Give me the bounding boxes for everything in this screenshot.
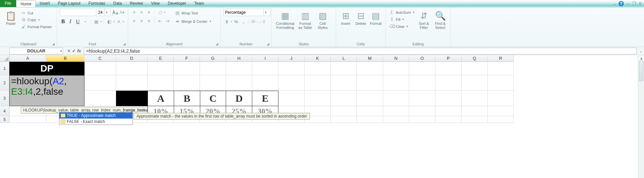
increase-indent-icon[interactable]: ⇥: [164, 17, 171, 24]
decrease-indent-icon[interactable]: ⇤: [157, 17, 163, 24]
underline-button[interactable]: U: [74, 18, 81, 25]
cell-r5[interactable]: [488, 116, 514, 123]
cell-m3[interactable]: [357, 91, 383, 106]
cell-o4[interactable]: [409, 106, 435, 116]
tab-formulas[interactable]: Formulas: [85, 0, 109, 7]
formula-bar-input[interactable]: =hlookup(A2,E3:I4,2,false: [84, 48, 637, 54]
cell-j2[interactable]: [278, 75, 305, 91]
italic-button[interactable]: I: [67, 18, 74, 25]
cell-g1[interactable]: [200, 62, 226, 75]
autocomplete-list[interactable]: ⋮TRUE - Approximate match ⋮FALSE - Exact…: [59, 112, 133, 125]
comma-button[interactable]: ,: [240, 18, 247, 25]
cell-d2[interactable]: [116, 75, 148, 91]
chevron-down-icon[interactable]: ▾: [104, 9, 109, 16]
align-right-icon[interactable]: ≡: [146, 17, 152, 24]
window-close-icon[interactable]: ✕: [638, 1, 642, 6]
orientation-icon[interactable]: ⭯: [157, 9, 163, 15]
delete-cells-button[interactable]: ⊟Delete: [354, 9, 368, 27]
cell-f1[interactable]: [174, 62, 200, 75]
cell-o1[interactable]: [409, 62, 435, 75]
cell-l1[interactable]: [331, 62, 357, 75]
column-header-f[interactable]: F: [174, 55, 200, 62]
active-cell-editor[interactable]: =hlookup(A2, E3:I4,2,false: [9, 75, 85, 106]
bold-button[interactable]: B: [60, 18, 66, 25]
align-top-icon[interactable]: ≡: [131, 9, 138, 15]
cell-n5[interactable]: [383, 116, 409, 123]
expand-formula-bar-icon[interactable]: ⌄: [638, 49, 644, 53]
cell-i3[interactable]: E: [252, 91, 278, 106]
column-header-p[interactable]: P: [435, 55, 462, 62]
tab-insert[interactable]: Insert: [36, 0, 54, 7]
scroll-up-icon[interactable]: ▴: [638, 55, 644, 61]
cell-q2[interactable]: [462, 75, 488, 91]
cell-m5[interactable]: [357, 116, 383, 123]
decrease-decimal-icon[interactable]: ←.0: [259, 18, 265, 25]
tab-team[interactable]: Team: [190, 0, 208, 7]
cell-e3[interactable]: A: [148, 91, 174, 106]
cell-styles-button[interactable]: ▧Cell Styles: [315, 9, 331, 31]
cancel-formula-icon[interactable]: ✕: [67, 48, 71, 53]
cell-o2[interactable]: [409, 75, 435, 91]
column-header-j[interactable]: J: [278, 55, 305, 62]
cell-c3[interactable]: [85, 91, 116, 106]
tab-data[interactable]: Data: [109, 0, 126, 7]
format-as-table-button[interactable]: ▥Format as Table: [297, 9, 313, 31]
column-header-o[interactable]: O: [409, 55, 435, 62]
cell-o3[interactable]: [409, 91, 435, 106]
column-header-n[interactable]: N: [383, 55, 409, 62]
cell-e1[interactable]: [148, 62, 174, 75]
align-middle-icon[interactable]: ≡: [138, 9, 145, 15]
cell-l4[interactable]: [331, 106, 357, 116]
cell-m4[interactable]: [357, 106, 383, 116]
cell-c2[interactable]: [85, 75, 116, 91]
align-left-icon[interactable]: ≡: [131, 17, 138, 24]
cell-n2[interactable]: [383, 75, 409, 91]
help-icon[interactable]: ?: [619, 1, 624, 6]
autosum-button[interactable]: ΣAutoSum▾: [388, 9, 415, 15]
cell-d3[interactable]: [116, 91, 148, 106]
clear-button[interactable]: ⌫Clear▾: [388, 24, 415, 29]
column-header-e[interactable]: E: [148, 55, 174, 62]
window-maximize-icon[interactable]: ❐: [632, 1, 636, 6]
column-header-a[interactable]: A: [9, 55, 46, 62]
autocomplete-item-false[interactable]: ⋮FALSE - Exact match: [59, 119, 132, 125]
borders-icon[interactable]: ▦: [93, 18, 100, 25]
enter-formula-icon[interactable]: ✔: [72, 48, 76, 53]
cell-g2[interactable]: [200, 75, 226, 91]
row-header-2[interactable]: 2: [0, 75, 9, 91]
grow-font-icon[interactable]: A▴: [112, 9, 118, 16]
cell-h1[interactable]: [226, 62, 252, 75]
font-name-combo[interactable]: ▾: [60, 9, 95, 16]
cell-k1[interactable]: [305, 62, 331, 75]
merge-center-button[interactable]: ⬌Merge & Center▾: [174, 18, 212, 24]
paste-button[interactable]: 📋 Paste: [3, 9, 19, 27]
column-header-k[interactable]: K: [305, 55, 331, 62]
cell-p1[interactable]: [435, 62, 462, 75]
chevron-down-icon[interactable]: ▾: [263, 9, 268, 16]
align-bottom-icon[interactable]: ≡: [146, 9, 152, 15]
column-header-c[interactable]: C: [85, 55, 116, 62]
cell-i2[interactable]: [252, 75, 278, 91]
number-format-input[interactable]: [224, 10, 263, 15]
insert-cells-button[interactable]: ⊞Insert: [339, 9, 353, 27]
cell-p3[interactable]: [435, 91, 462, 106]
column-header-h[interactable]: H: [226, 55, 252, 62]
fill-color-icon[interactable]: ◧: [106, 18, 113, 25]
cell-m2[interactable]: [357, 75, 383, 91]
cell-l2[interactable]: [331, 75, 357, 91]
ribbon-collapse-icon[interactable]: ⌄: [613, 1, 616, 6]
cell-n1[interactable]: [383, 62, 409, 75]
chevron-down-icon[interactable]: ▾: [231, 20, 232, 23]
autocomplete-item-true[interactable]: ⋮TRUE - Approximate match: [59, 113, 132, 119]
cell-g3[interactable]: C: [200, 91, 226, 106]
cell-f3[interactable]: B: [174, 91, 200, 106]
cell-f2[interactable]: [174, 75, 200, 91]
conditional-formatting-button[interactable]: ▦Conditional Formatting: [274, 9, 296, 31]
cell-a1-b1-merged[interactable]: DP: [9, 62, 85, 75]
wrap-text-button[interactable]: ▤Wrap Text: [174, 10, 212, 16]
cell-m1[interactable]: [357, 62, 383, 75]
cell-n4[interactable]: [383, 106, 409, 116]
cell-q1[interactable]: [462, 62, 488, 75]
format-painter-button[interactable]: 🖌Format Painter: [20, 24, 53, 30]
vertical-scrollbar[interactable]: ▴: [638, 55, 644, 178]
